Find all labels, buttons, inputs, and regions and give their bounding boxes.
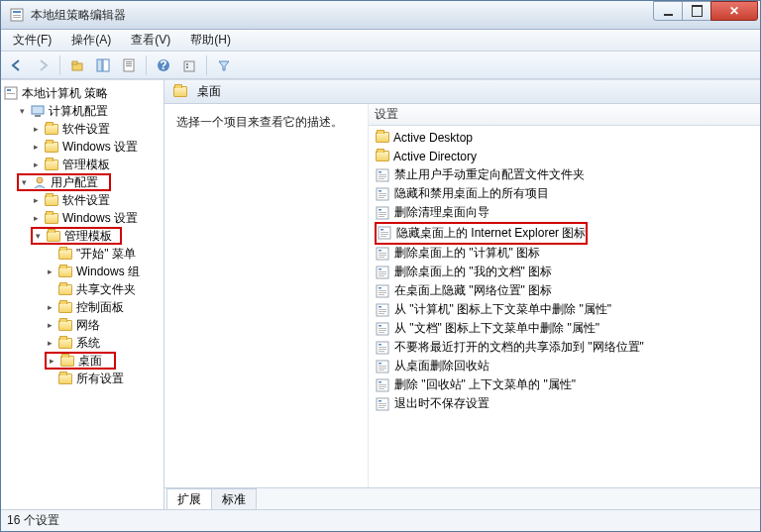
description-panel: 选择一个项目来查看它的描述。 [164,104,368,487]
tree-uc-windows[interactable]: ▸Windows 设置 [1,209,163,227]
filter-button[interactable] [212,53,236,77]
list-item[interactable]: 删除 "回收站" 上下文菜单的 "属性" [369,375,760,394]
export-button[interactable] [177,53,201,77]
svg-text:?: ? [160,58,166,72]
collapse-icon[interactable]: ▾ [19,177,30,188]
list-item[interactable]: Active Desktop [369,128,760,147]
menu-file[interactable]: 文件(F) [7,30,57,51]
list-item[interactable]: 从 "文档" 图标上下文菜单中删除 "属性" [369,319,760,338]
tab-standard[interactable]: 标准 [211,488,257,509]
expand-icon[interactable]: ▸ [31,142,42,153]
back-button[interactable] [5,53,29,77]
list-item-label: 从 "文档" 图标上下文菜单中删除 "属性" [394,320,599,337]
tree-label: 软件设置 [62,121,110,138]
svg-rect-60 [379,309,386,310]
list-item[interactable]: 隐藏和禁用桌面上的所有项目 [369,184,760,203]
list-item[interactable]: 删除清理桌面向导 [369,203,760,222]
help-button[interactable]: ? [152,53,175,77]
tree-root[interactable]: 本地计算机 策略 [1,84,163,102]
tree-cc-admin[interactable]: ▸管理模板 [1,156,163,173]
tree-all-settings[interactable]: 所有设置 [1,370,163,387]
svg-rect-14 [184,61,194,71]
policy-icon [375,360,390,373]
expand-icon[interactable]: ▸ [31,213,42,224]
show-hide-tree-button[interactable] [91,53,115,77]
svg-rect-2 [13,15,21,16]
svg-rect-18 [7,89,11,91]
expand-icon[interactable]: ▸ [47,356,57,367]
tree-share[interactable]: 共享文件夹 [1,280,163,298]
titlebar[interactable]: 本地组策略编辑器 ✕ [1,1,760,30]
svg-rect-79 [379,381,381,383]
folder-icon [57,246,73,262]
list-item[interactable]: 退出时不保存设置 [369,394,760,413]
expand-icon[interactable]: ▸ [45,266,55,277]
close-button[interactable]: ✕ [710,1,758,21]
forward-button[interactable] [31,53,54,77]
tree-computer-config[interactable]: ▾ 计算机配置 [1,102,163,120]
list-item[interactable]: 隐藏桌面上的 Internet Explorer 图标 [377,224,586,243]
svg-rect-27 [379,178,384,179]
user-icon [32,174,48,190]
expand-icon[interactable]: ▸ [31,124,42,135]
maximize-button[interactable] [682,1,711,21]
list-item[interactable]: 禁止用户手动重定向配置文件文件夹 [369,165,760,184]
window-title: 本地组策略编辑器 [31,7,760,24]
tree-label: 共享文件夹 [76,281,136,298]
tree-uc-software[interactable]: ▸软件设置 [1,191,163,209]
tree-label: 控制面板 [76,299,124,316]
tree-network[interactable]: ▸网络 [1,316,163,334]
folder-icon [44,157,59,172]
svg-rect-49 [379,268,381,270]
properties-button[interactable] [117,53,141,77]
column-header-settings[interactable]: 设置 [369,104,760,126]
tree-pane[interactable]: 本地计算机 策略 ▾ 计算机配置 ▸软件设置 ▸Windows 设置 ▸管理模板… [1,80,164,509]
svg-rect-36 [379,214,386,215]
menu-view[interactable]: 查看(V) [125,30,176,51]
list-item[interactable]: Active Directory [369,147,760,165]
settings-list[interactable]: 设置 Active DesktopActive Directory禁止用户手动重… [368,104,760,487]
list-item[interactable]: 在桌面上隐藏 "网络位置" 图标 [369,281,760,300]
folder-icon [57,371,73,386]
tree-win-group[interactable]: ▸Windows 组 [1,263,163,280]
svg-rect-9 [126,61,132,62]
folder-icon [44,210,59,226]
tree-control-panel[interactable]: ▸控制面板 [1,298,163,316]
collapse-icon[interactable]: ▾ [33,231,44,242]
tree-uc-admin[interactable]: ▾管理模板 [31,227,122,245]
list-item[interactable]: 从桌面删除回收站 [369,357,760,375]
up-button[interactable] [65,53,89,77]
svg-rect-11 [126,65,132,66]
list-item[interactable]: 不要将最近打开的文档的共享添加到 "网络位置" [369,338,760,357]
svg-rect-66 [379,330,386,331]
svg-rect-50 [379,271,386,272]
svg-rect-45 [379,253,386,254]
expand-icon[interactable]: ▸ [31,195,42,206]
tab-extended[interactable]: 扩展 [166,488,212,509]
minimize-button[interactable] [653,1,683,21]
tree-user-config[interactable]: ▾ 用户配置 [17,173,111,191]
menu-help[interactable]: 帮助(H) [184,30,237,51]
svg-rect-7 [103,59,109,71]
folder-icon [57,264,73,279]
list-item[interactable]: 删除桌面上的 "计算机" 图标 [369,244,760,263]
collapse-icon[interactable]: ▾ [17,106,28,117]
tree-system[interactable]: ▸系统 [1,334,163,352]
expand-icon[interactable]: ▸ [45,338,55,349]
folder-icon [57,317,73,333]
svg-rect-57 [379,294,384,295]
expand-icon[interactable]: ▸ [45,320,55,331]
tree-label: 网络 [76,317,100,334]
menu-action[interactable]: 操作(A) [65,30,117,51]
expand-icon[interactable]: ▸ [31,160,42,170]
tree-cc-software[interactable]: ▸软件设置 [1,120,163,138]
tree-desktop[interactable]: ▸桌面 [45,352,116,370]
list-item[interactable]: 删除桌面上的 "我的文档" 图标 [369,263,760,281]
svg-rect-3 [13,17,21,18]
list-item[interactable]: 从 "计算机" 图标上下文菜单中删除 "属性" [369,300,760,319]
expand-icon[interactable]: ▸ [45,302,55,313]
folder-icon [375,149,390,164]
svg-rect-75 [379,366,386,367]
tree-start-menu[interactable]: "开始" 菜单 [1,245,163,263]
tree-cc-windows[interactable]: ▸Windows 设置 [1,138,163,156]
